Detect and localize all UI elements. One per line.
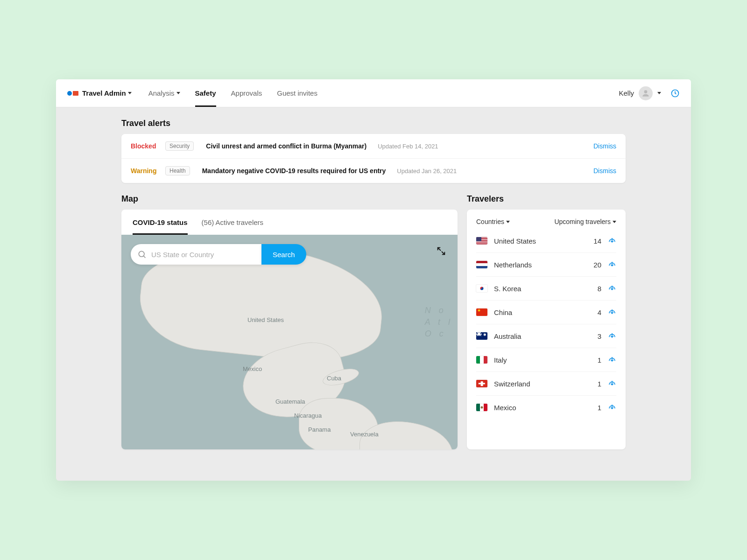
main-nav: Analysis Safety Approvals Guest invites [148,79,317,107]
travelers-filters: Countries Upcoming travelers [476,218,616,225]
alert-row: Warning Health Mandatory negative COVID-… [121,159,626,183]
download-icon[interactable] [608,379,616,388]
caret-down-icon [128,92,132,94]
flag-icon [476,332,487,340]
nav-approvals-label: Approvals [231,89,262,97]
nav-guest-invites-label: Guest invites [277,89,317,97]
nav-analysis[interactable]: Analysis [148,79,180,107]
alert-level: Blocked [131,142,159,150]
flag-icon [476,404,487,411]
traveler-country: Switzerland [494,380,598,388]
search-input[interactable] [131,244,261,265]
brand-dropdown[interactable]: Travel Admin [67,89,132,97]
traveler-country: Italy [494,356,598,364]
brand-title: Travel Admin [82,89,126,97]
ocean-label-line: N o [425,305,453,316]
traveler-count: 4 [598,308,601,316]
traveler-country: S. Korea [494,285,598,293]
nav-safety[interactable]: Safety [195,79,216,107]
traveler-count: 20 [593,261,601,269]
traveler-row: Switzerland 1 [476,372,616,396]
traveler-row: Netherlands 20 [476,253,616,277]
travelers-list: United States 14 Netherlands 20 S. Korea… [476,229,616,419]
traveler-row: Mexico 1 [476,396,616,419]
download-icon[interactable] [608,308,616,316]
traveler-row: Australia 3 [476,324,616,348]
flag-icon [476,308,487,316]
traveler-row: China 4 [476,301,616,324]
search-button[interactable]: Search [261,244,306,265]
traveler-count: 1 [598,356,601,364]
ocean-label-line: O c [425,328,453,340]
avatar-icon [639,86,653,100]
user-name: Kelly [619,89,634,97]
alert-dismiss-button[interactable]: Dismiss [593,167,616,175]
traveler-count: 1 [598,404,601,412]
traveler-country: Netherlands [494,261,593,269]
flag-icon [476,356,487,364]
download-icon[interactable] [608,237,616,245]
alert-level: Warning [131,167,159,175]
search-wrap: Search [131,244,306,265]
map-label: United States [247,316,284,323]
filter-countries[interactable]: Countries [476,218,510,225]
travelers-title: Travelers [467,194,626,204]
expand-icon[interactable] [436,246,446,256]
content: Travel alerts Blocked Security Civil unr… [56,107,691,449]
search-icon [137,250,147,259]
map-tab-label: COVID-19 status [133,218,188,226]
app-window: Travel Admin Analysis Safety Approvals G… [56,79,691,481]
filter-label: Countries [476,218,504,225]
lower-layout: Map COVID-19 status (56) Active traveler… [121,194,626,449]
map-label: Panama [308,426,331,433]
traveler-row: S. Korea 8 [476,277,616,301]
map-tab-label: (56) Active travelers [202,218,264,226]
alerts-card: Blocked Security Civil unrest and armed … [121,134,626,183]
traveler-country: United States [494,237,593,245]
nav-approvals[interactable]: Approvals [231,79,262,107]
alert-message: Mandatory negative COVID-19 results requ… [202,167,386,175]
traveler-country: Mexico [494,404,598,412]
travelers-card: Countries Upcoming travelers United Stat… [467,210,626,449]
nav-safety-label: Safety [195,89,216,97]
download-icon[interactable] [608,260,616,269]
download-icon[interactable] [608,403,616,412]
flag-icon [476,285,487,292]
ocean-label: N o A t l O c [425,305,453,340]
caret-down-icon [657,92,661,94]
traveler-count: 3 [598,332,601,340]
caret-down-icon [176,92,180,94]
alert-dismiss-button[interactable]: Dismiss [593,142,616,150]
download-icon[interactable] [608,356,616,364]
travelers-column: Travelers Countries Upcoming travelers [467,194,626,449]
map-column: Map COVID-19 status (56) Active traveler… [121,194,458,449]
topbar: Travel Admin Analysis Safety Approvals G… [56,79,691,107]
map-canvas[interactable]: United States Mexico Cuba Guatemala Nica… [121,235,458,449]
map-tab-active-travelers[interactable]: (56) Active travelers [202,210,264,235]
flag-icon [476,380,487,387]
traveler-count: 14 [593,237,601,245]
download-icon[interactable] [608,332,616,340]
nav-analysis-label: Analysis [148,89,175,97]
nav-guest-invites[interactable]: Guest invites [277,79,317,107]
flag-icon [476,237,487,245]
traveler-row: United States 14 [476,229,616,253]
map-label: Nicaragua [294,412,322,419]
alert-updated: Updated Feb 14, 2021 [378,143,438,150]
traveler-row: Italy 1 [476,348,616,372]
alert-tag: Health [165,166,190,175]
traveler-country: China [494,308,598,316]
alerts-title: Travel alerts [121,119,626,128]
clock-icon[interactable] [670,89,680,98]
ocean-label-line: A t l [425,316,453,328]
user-menu[interactable]: Kelly [619,86,661,100]
map-card: COVID-19 status (56) Active travelers [121,210,458,449]
map-tab-covid[interactable]: COVID-19 status [133,210,188,235]
traveler-country: Australia [494,332,598,340]
filter-upcoming[interactable]: Upcoming travelers [554,218,616,225]
download-icon[interactable] [608,284,616,293]
map-tabs: COVID-19 status (56) Active travelers [121,210,458,235]
traveler-count: 8 [598,285,601,293]
brand-logo-icon [67,91,78,96]
filter-label: Upcoming travelers [554,218,611,225]
